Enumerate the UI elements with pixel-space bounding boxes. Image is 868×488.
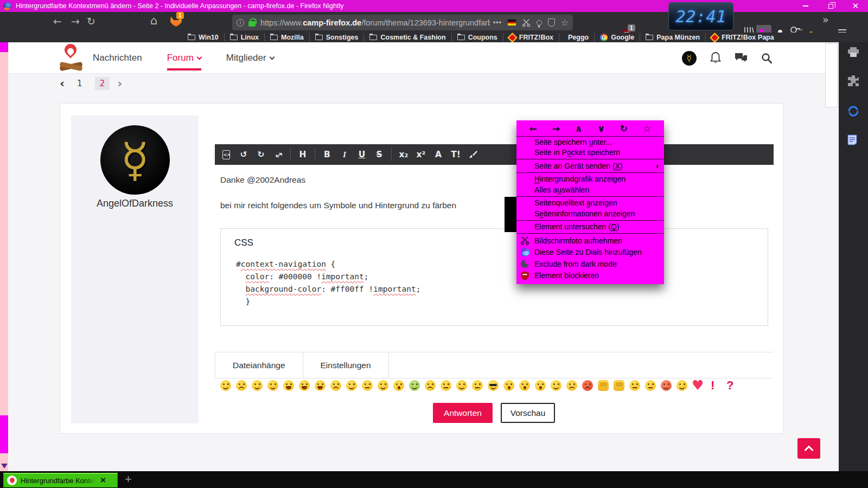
bookmark-item[interactable]: FRITZ!Box Papa xyxy=(705,33,780,42)
brush-button[interactable] xyxy=(465,146,481,163)
code-lines[interactable]: #context-navigation { color: #000000 !im… xyxy=(236,258,421,308)
menu-bookmark-icon[interactable]: ☆ xyxy=(643,123,651,134)
page-info-icon[interactable]: i xyxy=(237,19,244,27)
italic-button[interactable]: I xyxy=(336,146,353,163)
search-icon[interactable] xyxy=(761,53,772,63)
emoji-open-mouth[interactable] xyxy=(393,380,404,391)
left-scrollbar-thumb[interactable] xyxy=(0,415,8,453)
bold-button[interactable]: B xyxy=(319,146,335,163)
bookmark-item[interactable]: Peggo xyxy=(559,33,594,42)
emoji-think[interactable] xyxy=(441,380,451,391)
bookmark-item[interactable]: Win10 xyxy=(182,33,224,42)
menu-item[interactable]: Hintergrundgrafik anzeigen xyxy=(516,174,664,185)
screenshot-page-action-icon[interactable] xyxy=(522,18,531,27)
menu-item[interactable]: Seite an Gerät senden (X)› xyxy=(516,160,664,171)
emoji-flushed[interactable] xyxy=(503,380,514,391)
heading-button[interactable]: H xyxy=(295,146,311,163)
right-scrollbar-thumb[interactable] xyxy=(825,43,838,107)
menu-item[interactable]: Diese Seite zu Dials hinzufügen xyxy=(516,247,664,259)
left-scrollbar-track[interactable] xyxy=(0,42,8,471)
menu-item[interactable]: Seite speichern unter... xyxy=(516,137,664,147)
emoji-tired[interactable] xyxy=(425,380,436,391)
menu-item[interactable]: Element untersuchen (Q) xyxy=(516,222,664,233)
sync-button[interactable] xyxy=(847,105,859,119)
overflow-menu-button[interactable]: » xyxy=(822,14,829,25)
close-button[interactable]: ✕ xyxy=(843,0,868,12)
menu-item[interactable]: Seite in Pocket speichern xyxy=(516,147,664,158)
emoji-wink-tongue[interactable] xyxy=(346,380,357,391)
strikethrough-button[interactable]: S xyxy=(371,146,387,163)
emoji-raised-brow[interactable] xyxy=(645,380,656,391)
redo-button[interactable]: ↻ xyxy=(253,146,269,163)
emoji-neutral[interactable] xyxy=(362,380,373,391)
emoji-heart-eyes[interactable] xyxy=(551,380,561,391)
bookmark-item[interactable]: Sonstiges xyxy=(309,33,364,42)
emoji-angry[interactable] xyxy=(330,380,341,391)
pagination-page-1[interactable]: 1 xyxy=(72,77,87,90)
emoji-eye-roll[interactable] xyxy=(535,380,546,391)
preview-button[interactable]: Vorschau xyxy=(501,403,555,423)
font-color-button[interactable]: A xyxy=(430,146,446,163)
reload-button[interactable]: ↻ xyxy=(87,15,95,27)
url-bar[interactable]: i https://www.camp-firefox.de/forum/them… xyxy=(232,15,573,30)
menu-item[interactable]: Alles auswählen xyxy=(516,184,664,195)
lightbulb-icon[interactable] xyxy=(537,20,542,25)
bookmark-item[interactable]: Papa Münzen xyxy=(640,33,705,42)
emoji-laugh[interactable] xyxy=(299,380,310,391)
new-tab-button[interactable]: + xyxy=(125,472,132,486)
page-actions-icon[interactable]: ••• xyxy=(493,19,502,27)
bookmark-item[interactable]: FRITZ!Box xyxy=(503,33,559,42)
left-scrollbar-down-arrow-icon[interactable] xyxy=(1,464,8,468)
emoji-heart[interactable] xyxy=(692,380,703,391)
campfire-logo-icon[interactable] xyxy=(59,43,84,70)
emoji-tongue[interactable] xyxy=(267,380,278,391)
menu-item[interactable]: Exclude from dark mode xyxy=(516,258,664,270)
scroll-to-top-button[interactable] xyxy=(797,438,820,459)
emoji-grin[interactable] xyxy=(283,380,294,391)
underline-button[interactable]: U xyxy=(354,146,370,163)
nav-item-nachrichten[interactable]: Nachrichten xyxy=(93,42,142,74)
menu-item[interactable]: Seiteninformationen anzeigen xyxy=(516,208,664,219)
emoji-kiss[interactable] xyxy=(519,380,530,391)
bookmark-item[interactable]: GGoogle xyxy=(594,33,640,42)
nav-item-mitglieder[interactable]: Mitglieder xyxy=(226,42,274,74)
emoji-angel[interactable] xyxy=(676,380,687,391)
clock-widget[interactable]: 22:41 xyxy=(668,2,733,30)
menu-item[interactable]: Bildschirmfoto aufnehmen xyxy=(516,235,664,247)
superscript-button[interactable]: x² xyxy=(413,146,429,163)
bookmark-star-icon[interactable]: ☆ xyxy=(561,17,569,28)
emoji-yum[interactable] xyxy=(378,380,388,391)
german-flag-icon[interactable] xyxy=(508,20,516,25)
subscript-button[interactable]: x₂ xyxy=(395,146,412,163)
bookmark-item[interactable]: Mozilla xyxy=(264,33,309,42)
home-button[interactable]: ⌂ xyxy=(150,14,157,27)
print-button[interactable] xyxy=(847,47,859,60)
maximize-button[interactable] xyxy=(818,0,843,12)
emoji-exclamation[interactable] xyxy=(708,380,719,391)
reply-button[interactable]: Antworten xyxy=(433,403,493,423)
emoji-thumbs-up[interactable] xyxy=(614,380,624,391)
emoji-rage[interactable] xyxy=(582,380,593,391)
tab-close-icon[interactable]: × xyxy=(100,475,106,486)
menu-forward-icon[interactable]: → xyxy=(552,123,560,134)
undo-button[interactable]: ↺ xyxy=(235,146,252,163)
tab-dateianhänge[interactable]: Dateianhänge xyxy=(215,352,303,378)
pagination-next-icon[interactable]: › xyxy=(117,77,122,90)
emoji-sleepy[interactable] xyxy=(629,380,640,391)
source-code-button[interactable]: <> xyxy=(218,146,234,163)
pagination-page-2[interactable]: 2 xyxy=(95,77,110,90)
text-size-button[interactable]: T! xyxy=(448,146,464,163)
active-tab[interactable]: Hintergrundfarbe Kontextmen × xyxy=(3,473,118,487)
emoji-smile[interactable] xyxy=(220,380,231,391)
back-button[interactable]: ← xyxy=(53,15,62,27)
emoji-devil[interactable] xyxy=(661,380,672,391)
emoji-confused[interactable] xyxy=(472,380,483,391)
emoji-joy[interactable] xyxy=(315,380,326,391)
emoji-wink[interactable] xyxy=(252,380,263,391)
nav-item-forum[interactable]: Forum xyxy=(167,42,201,74)
menu-scroll-down-icon[interactable]: ∨ xyxy=(597,123,605,134)
fullscreen-button[interactable]: ↕ xyxy=(270,146,286,163)
emoji-question[interactable] xyxy=(724,380,735,391)
conversations-icon[interactable] xyxy=(735,53,748,63)
extensions-button[interactable] xyxy=(847,75,859,89)
